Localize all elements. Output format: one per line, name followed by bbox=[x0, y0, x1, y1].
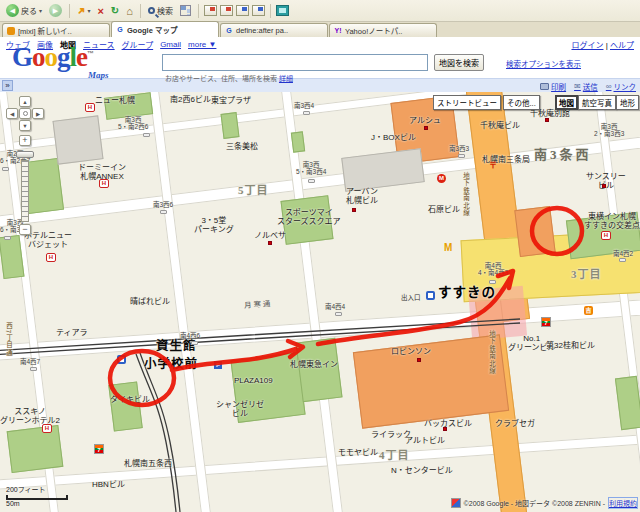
print-link[interactable]: 印刷 bbox=[540, 81, 566, 92]
map-label: 千秋庵別館 bbox=[530, 109, 570, 118]
sitemap-button[interactable] bbox=[178, 4, 193, 17]
map-canvas[interactable]: ニュー札幌南2西6ビル東宝プラザ三条美松南3西 5・南2西6ドーミーイン 札幌A… bbox=[0, 92, 640, 512]
window-layout-button-3[interactable] bbox=[236, 5, 249, 16]
zoom-in-button[interactable]: + bbox=[19, 135, 31, 146]
nav-groups[interactable]: グループ bbox=[122, 39, 154, 50]
pan-center-button[interactable] bbox=[19, 108, 31, 119]
map-icon-hotel: H bbox=[99, 179, 109, 188]
search-map-button[interactable]: 地図を検索 bbox=[434, 54, 484, 71]
tab-label: [mixi] 新しいイ.. bbox=[18, 25, 72, 36]
map-label: 三条美松 bbox=[226, 142, 258, 151]
terms-link[interactable]: 利用規約 bbox=[608, 497, 638, 509]
map-icon-seven: 7 bbox=[541, 317, 551, 327]
map-icon-sig bbox=[303, 111, 310, 115]
zoom-out-button[interactable]: − bbox=[19, 224, 31, 235]
map-label: HBNビル bbox=[92, 480, 125, 489]
map-search-input[interactable] bbox=[162, 54, 428, 71]
other-layers-button[interactable]: その他... bbox=[503, 95, 540, 110]
toolbar-search-button[interactable]: 検索 bbox=[146, 4, 175, 17]
divider bbox=[270, 4, 271, 18]
map-action-links: 印刷 ✉送信 ∞リンク bbox=[540, 81, 636, 92]
map-icon-dot bbox=[443, 427, 447, 431]
stop-button[interactable]: × bbox=[95, 4, 105, 18]
search-label: 検索 bbox=[157, 5, 173, 16]
signin-link[interactable]: ログイン bbox=[571, 41, 603, 50]
map-type-map[interactable]: 地図 bbox=[555, 95, 578, 110]
map-icon-tram bbox=[117, 355, 126, 364]
map-label: 東横イン札幌 すすきの交差点 bbox=[584, 212, 640, 230]
map-label: J・BOXビル bbox=[371, 133, 416, 142]
google-favicon: G bbox=[225, 27, 233, 35]
refresh-button[interactable]: ↻ bbox=[109, 4, 121, 17]
pan-left-button[interactable]: ◀ bbox=[6, 108, 18, 119]
map-label: ティアラ bbox=[56, 328, 88, 337]
divider bbox=[69, 4, 70, 18]
zoom-slider-track[interactable] bbox=[21, 160, 29, 222]
map-label: 南3西4 bbox=[294, 102, 314, 109]
map-label: 南3条西 bbox=[534, 148, 592, 163]
park-block bbox=[7, 425, 64, 473]
forward-button[interactable]: ▶ bbox=[47, 3, 64, 18]
divider bbox=[198, 4, 199, 18]
panel-toggle-button[interactable] bbox=[276, 5, 289, 16]
scale-meters: 50m bbox=[6, 500, 68, 507]
sidebar-expand-button[interactable]: » bbox=[2, 80, 13, 91]
map-label: バッカスビル bbox=[424, 419, 472, 428]
account-links: ログイン | ヘルプ bbox=[571, 39, 634, 50]
map-label: ノルベサ bbox=[254, 231, 286, 240]
window-layout-button-2[interactable] bbox=[220, 5, 233, 16]
home-button[interactable]: ⌂ bbox=[124, 4, 135, 18]
map-label: すすきの bbox=[438, 285, 496, 301]
map-label: 石原ビル bbox=[428, 205, 460, 214]
map-label: タイキビル bbox=[110, 395, 150, 404]
tab-label: Yahoo!ノートパ.. bbox=[345, 25, 402, 36]
search-options-link[interactable]: 検索オプションを表示 bbox=[506, 58, 581, 69]
park-block bbox=[291, 131, 305, 152]
nav-more[interactable]: more ▼ bbox=[188, 40, 216, 49]
nav-gmail[interactable]: Gmail bbox=[160, 40, 181, 49]
map-type-satellite[interactable]: 航空写真 bbox=[578, 95, 616, 110]
map-icon-park: P bbox=[214, 361, 222, 369]
back-button[interactable]: ◀ 戻る ▾ bbox=[4, 3, 44, 18]
up-button[interactable]: ➜ ▾ bbox=[75, 4, 92, 17]
tab-define-after[interactable]: G define:after pa.. bbox=[220, 23, 328, 37]
stop-icon: × bbox=[97, 5, 103, 17]
map-label: ロビンソン bbox=[391, 347, 431, 356]
tab-label: define:after pa.. bbox=[236, 26, 288, 35]
pan-zoom-control: ▲ ◀ ▶ ▼ + − bbox=[2, 94, 48, 299]
map-label: ニュー札幌 bbox=[95, 96, 135, 105]
link-link[interactable]: ∞リンク bbox=[606, 81, 636, 92]
mail-icon: ✉ bbox=[574, 82, 581, 91]
send-link[interactable]: ✉送信 bbox=[574, 81, 598, 92]
printer-icon bbox=[540, 83, 549, 90]
tab-google-maps[interactable]: G Google マップ bbox=[111, 21, 219, 37]
map-label: スポーツマイ スターズスクエア bbox=[277, 208, 341, 226]
zoom-slider-handle[interactable] bbox=[16, 151, 34, 158]
map-label: 3丁目 bbox=[571, 268, 602, 281]
road bbox=[277, 92, 348, 512]
pan-down-button[interactable]: ▼ bbox=[19, 120, 31, 131]
building-block bbox=[52, 115, 103, 164]
map-label: N・センタービル bbox=[391, 466, 453, 475]
map-icon-sig bbox=[160, 210, 167, 214]
pan-right-button[interactable]: ▶ bbox=[32, 108, 44, 119]
pan-up-button[interactable]: ▲ bbox=[19, 96, 31, 107]
maps-logo-sub: Maps bbox=[88, 70, 109, 80]
map-label: 南3西 5・南2西6 bbox=[118, 116, 148, 131]
map-label: 晴ばれビル bbox=[130, 297, 170, 306]
details-link[interactable]: 詳細 bbox=[279, 75, 293, 82]
tab-mixi[interactable]: [mixi] 新しいイ.. bbox=[2, 23, 110, 37]
tab-yahoo-notepad[interactable]: Y! Yahoo!ノートパ.. bbox=[329, 23, 437, 37]
google-maps-logo: Google™ bbox=[12, 42, 93, 73]
window-layout-button-4[interactable] bbox=[252, 5, 265, 16]
park-block bbox=[221, 112, 240, 139]
map-icon-sig bbox=[30, 367, 37, 371]
map-label: 地下鉄南北線 bbox=[488, 330, 495, 375]
help-link[interactable]: ヘルプ bbox=[610, 41, 634, 50]
park-block bbox=[295, 338, 342, 402]
map-type-terrain[interactable]: 地形 bbox=[616, 95, 639, 110]
landmark-building-robinson bbox=[353, 334, 509, 428]
window-layout-button-1[interactable] bbox=[204, 5, 217, 16]
street-view-button[interactable]: ストリートビュー bbox=[433, 95, 501, 110]
divider bbox=[140, 4, 141, 18]
